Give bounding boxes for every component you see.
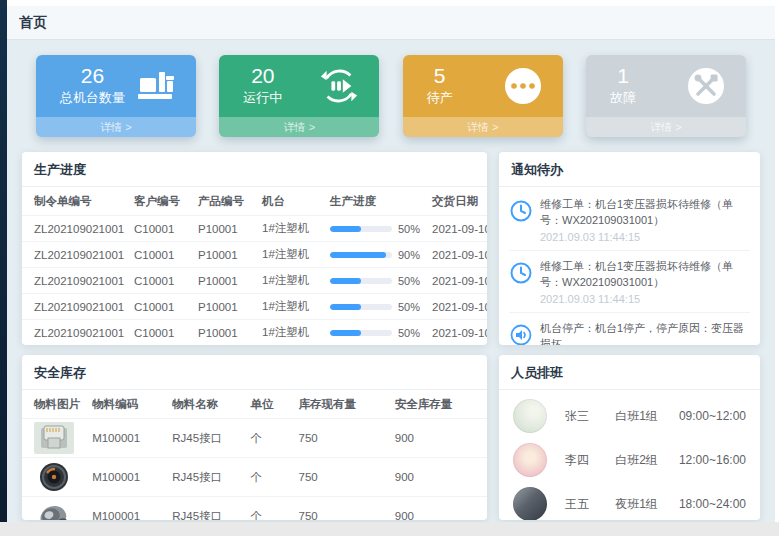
- progress-fill: [330, 252, 386, 258]
- material-name-cell: RJ45接口: [168, 497, 246, 521]
- stat-card-detail-link[interactable]: 详情 >: [403, 117, 563, 137]
- progress-track: [330, 304, 392, 310]
- cone-speaker-image: [22, 497, 88, 521]
- inventory-column-header: 物料编码: [88, 390, 168, 419]
- page-title: 首页: [19, 14, 47, 32]
- notification-text: 机台停产：机台1停产，停产原因：变压器损坏: [540, 321, 750, 345]
- schedule-row: 张三白班1组09:00~12:00: [513, 394, 746, 438]
- round-speaker-image: [22, 458, 88, 497]
- material-code-cell: M100001: [88, 458, 168, 497]
- machine-cell: 1#注塑机: [258, 294, 326, 320]
- collapsed-sidebar[interactable]: [0, 0, 7, 522]
- stat-card-detail-link[interactable]: 详情 >: [219, 117, 379, 137]
- progress-bar: 50%: [330, 223, 424, 235]
- production-table-row: ZL202109021001C10001P100011#注塑机50%2021-0…: [22, 268, 487, 294]
- notification-content: 维修工单：机台1变压器损坏待维修（单号：WX202109031001）2021.…: [540, 197, 750, 243]
- order-no-cell: ZL202109021001: [22, 242, 130, 268]
- notification-timestamp: 2021.09.03 11:44:15: [540, 293, 750, 305]
- production-column-header: 制令单编号: [22, 187, 130, 216]
- shift-time: 18:00~24:00: [679, 497, 746, 511]
- stat-card-3[interactable]: 5待产详情 >: [403, 55, 563, 137]
- stat-card-value: 5: [434, 65, 446, 87]
- person-name: 王五: [565, 496, 615, 513]
- notification-item[interactable]: 机台停产：机台1停产，停产原因：变压器损坏2021.09.03 11:44:15: [509, 313, 750, 345]
- production-table-header: 制令单编号客户编号产品编号机台生产进度交货日期: [22, 187, 487, 216]
- safety-stock-panel-title: 安全库存: [22, 355, 487, 390]
- progress-cell: 90%: [326, 242, 428, 268]
- running-icon: [319, 66, 359, 106]
- scrollbar-track[interactable]: [775, 0, 779, 522]
- product-cell: P10001: [194, 242, 258, 268]
- stat-card-detail-link[interactable]: 详情 >: [36, 117, 196, 137]
- window-bottom-edge: [0, 522, 779, 536]
- production-panel-title: 生产进度: [22, 152, 487, 187]
- stat-card-1[interactable]: 26总机台数量详情 >: [36, 55, 196, 137]
- stat-card-value: 20: [251, 65, 274, 87]
- progress-percent-label: 90%: [398, 249, 420, 261]
- notification-item[interactable]: 维修工单：机台1变压器损坏待维修（单号：WX202109031001）2021.…: [509, 189, 750, 251]
- production-table-row: ZL202109021001C10001P100011#注塑机50%2021-0…: [22, 216, 487, 242]
- notification-text: 维修工单：机台1变压器损坏待维修（单号：WX202109031001）: [540, 197, 750, 229]
- notifications-list: 维修工单：机台1变压器损坏待维修（单号：WX202109031001）2021.…: [499, 187, 760, 345]
- safety-qty-cell: 900: [391, 419, 487, 458]
- progress-percent-label: 50%: [398, 301, 420, 313]
- safety-stock-panel: 安全库存 物料图片物料编码物料名称单位库存现有量安全库存量 M100001RJ4…: [22, 355, 487, 520]
- notifications-panel-title: 通知待办: [499, 152, 760, 187]
- stat-card-2[interactable]: 20运行中详情 >: [219, 55, 379, 137]
- production-column-header: 交货日期: [428, 187, 487, 216]
- inventory-column-header: 物料图片: [22, 390, 88, 419]
- product-cell: P10001: [194, 320, 258, 346]
- safety-qty-cell: 900: [391, 458, 487, 497]
- delivery-date-cell: 2021-09-10: [428, 294, 487, 320]
- stat-cards-row: 26总机台数量详情 >20运行中详情 >5待产详情 >1故障详情 >: [22, 55, 760, 137]
- stat-card-label: 故障: [610, 89, 636, 107]
- progress-percent-label: 50%: [398, 223, 420, 235]
- schedule-row: 王五夜班1组18:00~24:00: [513, 482, 746, 520]
- progress-track: [330, 226, 392, 232]
- machine-cell: 1#注塑机: [258, 268, 326, 294]
- notification-content: 维修工单：机台1变压器损坏待维修（单号：WX202109031001）2021.…: [540, 259, 750, 305]
- material-code-cell: M100001: [88, 419, 168, 458]
- product-cell: P10001: [194, 216, 258, 242]
- shift-label: 白班2组: [615, 452, 679, 469]
- waiting-icon: [503, 66, 543, 106]
- product-cell: P10001: [194, 294, 258, 320]
- shift-time: 09:00~12:00: [679, 409, 746, 423]
- product-cell: P10001: [194, 268, 258, 294]
- progress-bar: 50%: [330, 275, 424, 287]
- stat-card-body: 26总机台数量: [36, 55, 196, 117]
- order-no-cell: ZL202109021001: [22, 216, 130, 242]
- notifications-panel: 通知待办 维修工单：机台1变压器损坏待维修（单号：WX202109031001）…: [499, 152, 760, 345]
- safety-qty-cell: 900: [391, 497, 487, 521]
- progress-fill: [330, 330, 361, 336]
- progress-bar: 50%: [330, 327, 424, 339]
- order-no-cell: ZL202109021001: [22, 320, 130, 346]
- breadcrumb-bar: 首页: [7, 6, 775, 40]
- machine-cell: 1#注塑机: [258, 216, 326, 242]
- production-table-row: ZL202109021001C10001P100011#注塑机50%2021-0…: [22, 294, 487, 320]
- production-column-header: 客户编号: [130, 187, 194, 216]
- production-progress-panel: 生产进度 制令单编号客户编号产品编号机台生产进度交货日期 ZL202109021…: [22, 152, 487, 345]
- progress-track: [330, 278, 392, 284]
- stat-card-label: 运行中: [243, 89, 282, 107]
- stat-card-text: 26总机台数量: [60, 65, 125, 107]
- delivery-date-cell: 2021-09-10: [428, 268, 487, 294]
- inventory-table-row: M100001RJ45接口个750900: [22, 497, 487, 521]
- schedule-row: 李四白班2组12:00~16:00: [513, 438, 746, 482]
- progress-cell: 50%: [326, 320, 428, 346]
- progress-bar: 50%: [330, 301, 424, 313]
- inventory-column-header: 安全库存量: [391, 390, 487, 419]
- delivery-date-cell: 2021-09-10: [428, 242, 487, 268]
- machine-icon: [136, 66, 176, 106]
- progress-fill: [330, 304, 361, 310]
- schedule-list: 张三白班1组09:00~12:00李四白班2组12:00~16:00王五夜班1组…: [499, 390, 760, 520]
- unit-cell: 个: [246, 419, 294, 458]
- stat-card-detail-link[interactable]: 详情 >: [586, 117, 746, 137]
- progress-track: [330, 252, 392, 258]
- shift-label: 白班1组: [615, 408, 679, 425]
- notification-item[interactable]: 维修工单：机台1变压器损坏待维修（单号：WX202109031001）2021.…: [509, 251, 750, 313]
- person-name: 李四: [565, 452, 615, 469]
- avatar: [513, 443, 547, 477]
- clock-icon: [509, 261, 533, 285]
- stat-card-4[interactable]: 1故障详情 >: [586, 55, 746, 137]
